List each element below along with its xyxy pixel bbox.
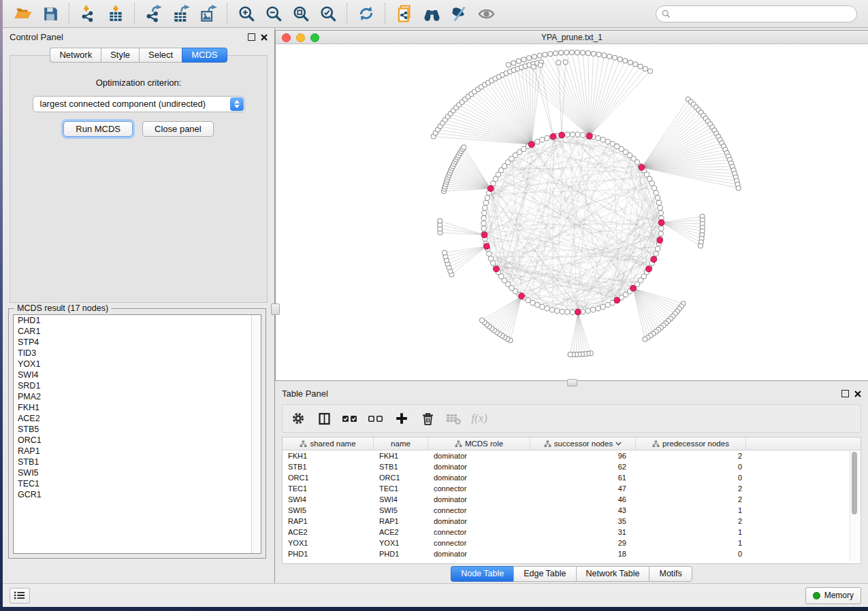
ring-node[interactable]: [487, 251, 492, 256]
ring-node[interactable]: [655, 195, 660, 200]
ring-node[interactable]: [535, 302, 540, 307]
leaf-node[interactable]: [607, 54, 612, 59]
tab-network[interactable]: Network: [50, 48, 101, 63]
mcds-result-item[interactable]: ORC1: [14, 435, 261, 446]
ring-node[interactable]: [658, 210, 663, 215]
ring-node[interactable]: [565, 310, 570, 314]
hub-node[interactable]: [484, 244, 490, 250]
ring-node[interactable]: [585, 308, 590, 313]
ring-node[interactable]: [481, 226, 486, 231]
leaf-node[interactable]: [570, 50, 575, 55]
tab-node-table[interactable]: Node Table: [451, 566, 513, 582]
leaf-node[interactable]: [602, 53, 607, 58]
mcds-result-item[interactable]: CAR1: [14, 326, 261, 337]
export-network-button[interactable]: [140, 2, 167, 25]
hub-node[interactable]: [550, 133, 556, 139]
hub-node[interactable]: [630, 285, 637, 291]
hub-node[interactable]: [651, 257, 657, 263]
horizontal-splitter[interactable]: [275, 381, 868, 384]
tab-select[interactable]: Select: [139, 48, 182, 63]
ring-node[interactable]: [649, 181, 654, 186]
ring-node[interactable]: [654, 251, 658, 256]
ring-node[interactable]: [658, 231, 663, 236]
mcds-result-item[interactable]: PMA2: [14, 391, 261, 402]
ring-node[interactable]: [575, 132, 580, 137]
zoom-out-button[interactable]: [260, 2, 287, 25]
ring-node[interactable]: [565, 132, 570, 137]
tab-edge-table[interactable]: Edge Table: [513, 566, 575, 582]
ring-node[interactable]: [482, 210, 487, 215]
leaf-node[interactable]: [537, 53, 542, 58]
ring-node[interactable]: [545, 306, 549, 311]
leaf-node[interactable]: [628, 60, 632, 65]
ring-node[interactable]: [481, 216, 486, 220]
leaf-node[interactable]: [532, 54, 536, 59]
hub-node[interactable]: [559, 132, 565, 138]
ring-node[interactable]: [570, 132, 575, 137]
show-graphics-details-button[interactable]: [472, 2, 500, 25]
ring-node[interactable]: [600, 304, 605, 309]
table-row[interactable]: SWI4SWI4dominator462: [283, 494, 861, 505]
close-panel-icon[interactable]: [261, 34, 268, 41]
mcds-result-item[interactable]: RAP1: [14, 446, 261, 457]
mcds-result-item[interactable]: STP4: [14, 337, 261, 348]
leaf-node[interactable]: [736, 186, 741, 191]
float-panel-icon[interactable]: [248, 33, 255, 41]
zoom-fit-button[interactable]: [287, 2, 315, 25]
ring-node[interactable]: [659, 226, 664, 231]
new-network-from-file-button[interactable]: [391, 2, 418, 25]
tab-network-table[interactable]: Network Table: [576, 566, 649, 582]
ring-node[interactable]: [483, 200, 488, 205]
function-builder-button[interactable]: f(x): [468, 408, 491, 429]
leaf-node[interactable]: [443, 250, 447, 255]
zoom-in-button[interactable]: [233, 2, 260, 25]
tab-mcds[interactable]: MCDS: [182, 48, 227, 63]
mcds-result-item[interactable]: YOX1: [14, 359, 261, 369]
leaf-node[interactable]: [531, 65, 536, 69]
ring-node[interactable]: [560, 309, 564, 314]
hub-node[interactable]: [614, 297, 620, 303]
deselect-all-rows-button[interactable]: [364, 408, 387, 429]
column-header-predecessor-nodes[interactable]: predecessor nodes: [636, 437, 746, 450]
ring-node[interactable]: [485, 195, 489, 200]
leaf-node[interactable]: [591, 51, 596, 56]
ring-node[interactable]: [652, 186, 656, 191]
leaf-node[interactable]: [564, 50, 569, 55]
leaf-node[interactable]: [538, 63, 543, 67]
ring-node[interactable]: [590, 308, 595, 312]
network-canvas[interactable]: [276, 44, 868, 386]
ring-node[interactable]: [540, 304, 545, 309]
table-row[interactable]: TEC1TEC1connector472: [283, 483, 861, 494]
table-row[interactable]: SWI5SWI5connector431: [283, 505, 861, 516]
leaf-node[interactable]: [638, 64, 643, 69]
hub-node[interactable]: [487, 186, 494, 192]
table-scrollbar[interactable]: [850, 450, 859, 561]
leaf-node[interactable]: [543, 52, 547, 57]
table-row[interactable]: ACE2ACE2connector311: [283, 527, 861, 538]
hub-node[interactable]: [587, 133, 593, 139]
leaf-node[interactable]: [438, 218, 443, 223]
ring-node[interactable]: [580, 133, 585, 137]
network-window-titlebar[interactable]: YPA_prune.txt_1: [276, 31, 868, 44]
mcds-result-item[interactable]: FKH1: [14, 402, 261, 413]
mcds-result-item[interactable]: PHD1: [14, 315, 261, 326]
hub-node[interactable]: [646, 266, 652, 272]
mcds-result-item[interactable]: ACE2: [14, 413, 261, 424]
mcds-result-item[interactable]: SWI5: [14, 467, 261, 478]
table-row[interactable]: ORC1ORC1dominator610: [283, 472, 861, 483]
ring-node[interactable]: [596, 306, 600, 311]
leaf-node[interactable]: [556, 60, 561, 65]
export-image-button[interactable]: [195, 2, 222, 25]
horizontal-splitter-grip[interactable]: [567, 379, 577, 386]
ring-node[interactable]: [656, 200, 661, 205]
ring-node[interactable]: [555, 308, 560, 313]
close-table-panel-icon[interactable]: [854, 391, 861, 397]
memory-button[interactable]: Memory: [805, 587, 861, 604]
column-header-mcds-role[interactable]: MCDS role: [428, 437, 530, 450]
close-window-icon[interactable]: [282, 33, 291, 42]
leaf-node[interactable]: [617, 56, 622, 61]
leaf-node[interactable]: [527, 56, 532, 61]
table-row[interactable]: RAP1RAP1dominator352: [283, 516, 861, 527]
leaf-node[interactable]: [580, 50, 585, 55]
mcds-result-list[interactable]: PHD1CAR1STP4TID3YOX1SWI4SRD1PMA2FKH1ACE2…: [13, 314, 261, 554]
